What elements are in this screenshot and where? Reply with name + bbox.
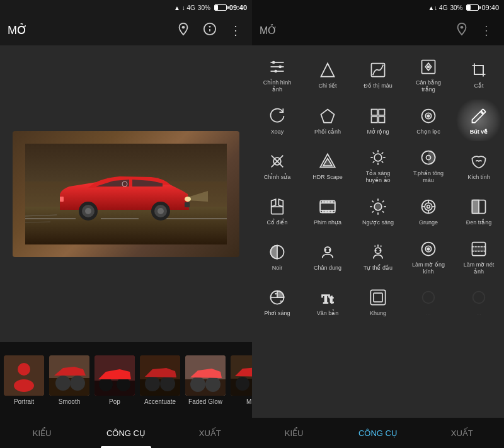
svg-point-46 xyxy=(461,25,464,28)
svg-point-116 xyxy=(379,250,381,251)
noir-icon xyxy=(267,242,287,262)
svg-rect-7 xyxy=(101,218,139,219)
tab-xuat-left[interactable]: XUẤT xyxy=(168,418,252,448)
tool-selective[interactable]: Chọn lọc xyxy=(403,100,454,142)
tool-perspective-label: Phối cảnh xyxy=(314,129,341,135)
svg-rect-87 xyxy=(328,201,329,204)
more-icon-left[interactable]: ⋮ xyxy=(227,20,244,40)
svg-point-103 xyxy=(425,203,432,210)
tool-white-balance[interactable]: Cân bằng trắng xyxy=(403,50,454,100)
tool-detail-label: Chi tiết xyxy=(318,83,336,89)
tool-perspective[interactable]: Phối cảnh xyxy=(302,100,353,142)
svg-point-29 xyxy=(70,376,85,391)
selfie-icon xyxy=(368,242,388,262)
tool-grunge-label: Grunge xyxy=(419,219,438,226)
svg-rect-91 xyxy=(328,210,329,213)
svg-line-79 xyxy=(382,152,383,154)
battery-pct-right: 30% xyxy=(450,4,462,11)
tool-draw[interactable]: Bút vẽ xyxy=(454,100,504,142)
filter-accentuate[interactable]: Accentuate xyxy=(139,355,181,405)
tool-drama[interactable]: Kích tính xyxy=(454,141,504,190)
tool-tilt-blur-label: Làm mờ nét ảnh xyxy=(460,261,498,275)
tool-bw[interactable]: Đen trắng xyxy=(454,190,504,233)
tab-kieu-right[interactable]: KIỂU xyxy=(252,418,336,448)
vintage-icon xyxy=(267,197,287,217)
app-bar-right: MỞ ⋮ xyxy=(252,15,504,45)
svg-line-100 xyxy=(372,211,374,212)
tab-congthu-right[interactable]: CÔNG CỤ xyxy=(336,418,420,448)
tool-heal[interactable]: Chỉnh sửa xyxy=(252,141,302,190)
tab-xuat-right[interactable]: XUẤT xyxy=(420,418,504,448)
tool-portrait-label: Chân dung xyxy=(314,265,341,272)
filter-mo[interactable]: Mo xyxy=(229,355,252,405)
white-balance-icon xyxy=(418,57,438,77)
tool-noir[interactable]: Noir xyxy=(252,233,302,282)
svg-line-101 xyxy=(382,201,384,202)
tool-rotate[interactable]: Xoay xyxy=(252,100,302,142)
mask-icon-left[interactable] xyxy=(174,20,193,42)
expand-icon xyxy=(368,106,388,126)
tool-text-label: Văn bản xyxy=(317,310,339,317)
filter-portrait-label: Portrait xyxy=(14,398,34,405)
tool-crop[interactable]: Cắt xyxy=(454,50,504,100)
tool-film[interactable]: Phim nhựa xyxy=(302,190,353,233)
tool-vintage[interactable]: Cổ điển xyxy=(252,190,302,233)
battery-icon-left xyxy=(213,4,227,11)
svg-rect-62 xyxy=(379,117,384,122)
mask-icon-right[interactable] xyxy=(455,22,469,39)
tool-lens-blur[interactable]: Làm mờ ống kính xyxy=(403,233,454,282)
svg-marker-53 xyxy=(321,64,335,77)
svg-rect-61 xyxy=(372,117,377,122)
svg-rect-8 xyxy=(164,218,227,219)
filter-portrait[interactable]: Portrait xyxy=(3,355,45,405)
tool-tilt-blur[interactable]: Làm mờ nét ảnh xyxy=(454,233,504,282)
tool-noir-label: Noir xyxy=(272,265,283,272)
tool-grunge[interactable]: Grunge xyxy=(403,190,454,233)
svg-rect-59 xyxy=(372,109,377,115)
svg-point-93 xyxy=(374,203,382,210)
svg-rect-86 xyxy=(326,201,327,204)
tone-curve-icon xyxy=(368,60,388,80)
heal-icon xyxy=(267,151,287,171)
svg-point-37 xyxy=(160,376,175,391)
info-icon-left[interactable] xyxy=(200,20,219,42)
tool-detail[interactable]: Chi tiết xyxy=(302,50,353,100)
tool-adjust[interactable]: Chỉnh hình ảnh xyxy=(252,50,302,100)
tool-tone-curve[interactable]: Đồ thị màu xyxy=(353,50,403,100)
svg-point-133 xyxy=(473,292,485,304)
tab-congthu-left[interactable]: CÔNG CỤ xyxy=(84,418,168,448)
svg-text:Tt: Tt xyxy=(322,293,334,306)
bottom-tabs-left: KIỂU CÔNG CỤ XUẤT xyxy=(0,418,252,448)
image-area-left xyxy=(0,45,252,342)
tool-selfie[interactable]: Tự thể đầu xyxy=(353,233,403,282)
tool-portrait[interactable]: Chân dung xyxy=(302,233,353,282)
tab-kieu-left[interactable]: KIỂU xyxy=(0,418,84,448)
bottom-tabs-right: KIỂU CÔNG CỤ XUẤT xyxy=(252,418,504,448)
time-right: 09:40 xyxy=(481,4,499,11)
tool-glamour[interactable]: Tỏa sáng huyền ảo xyxy=(353,141,403,190)
filter-faded-glow[interactable]: Faded Glow xyxy=(184,355,227,405)
svg-rect-89 xyxy=(323,210,324,213)
filter-pop[interactable]: Pop xyxy=(93,355,136,405)
tool-hdr[interactable]: HDR Scape xyxy=(302,141,353,190)
svg-point-65 xyxy=(427,115,430,117)
tool-backlight[interactable]: Ngược sáng xyxy=(353,190,403,233)
tool-tonal[interactable]: T.phần tông màu xyxy=(403,141,454,190)
tool-frame[interactable]: Khung xyxy=(353,281,403,323)
svg-point-113 xyxy=(329,249,331,251)
filter-pop-label: Pop xyxy=(109,398,120,405)
filter-smooth[interactable]: Smooth xyxy=(48,355,91,405)
tool-selective-label: Chọn lọc xyxy=(416,129,440,135)
svg-line-98 xyxy=(372,201,374,202)
svg-point-32 xyxy=(99,377,113,391)
lens-blur-icon xyxy=(418,239,438,259)
tool-expand[interactable]: Mở rộng xyxy=(353,100,403,142)
tool-text[interactable]: Tt Văn bản xyxy=(302,281,353,323)
tool-exposure[interactable]: Phơi sáng xyxy=(252,281,302,323)
tool-placeholder-1: ... xyxy=(403,281,454,323)
tool-lens-blur-label: Làm mờ ống kính xyxy=(410,261,447,275)
signal-right: ▲↓ 4G xyxy=(428,4,447,11)
tool-bw-label: Đen trắng xyxy=(466,219,492,226)
more-icon-right[interactable]: ⋮ xyxy=(476,23,496,38)
tool-rotate-label: Xoay xyxy=(271,129,284,135)
